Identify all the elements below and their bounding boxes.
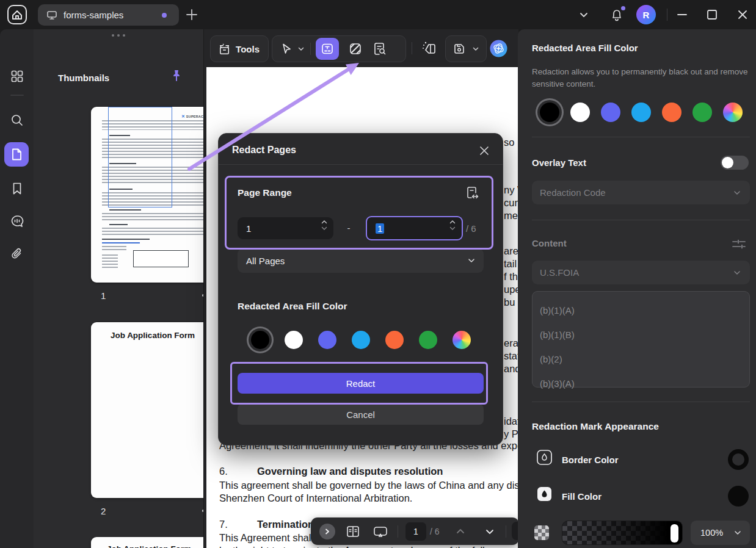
tools-button[interactable]: Tools — [210, 35, 269, 62]
page-range-options-button[interactable] — [464, 185, 481, 202]
maximize-button[interactable] — [706, 0, 718, 29]
ai-assistant-button[interactable] — [489, 39, 508, 58]
search-button[interactable] — [9, 112, 25, 128]
border-color-picker[interactable] — [728, 449, 749, 470]
code-item[interactable]: (b)(1)(B) — [540, 322, 749, 347]
dialog-close-button[interactable] — [476, 142, 493, 159]
bookmarks-button[interactable] — [9, 181, 25, 196]
color-swatch-purple[interactable] — [318, 331, 336, 349]
color-swatch-purple[interactable] — [601, 103, 620, 122]
comments-button[interactable] — [9, 214, 25, 229]
plus-icon — [185, 8, 198, 21]
opacity-slider-knob[interactable] — [671, 524, 678, 543]
expand-pager-button[interactable] — [319, 524, 335, 539]
code-item[interactable]: (b)(3)(A) — [540, 371, 749, 395]
notification-dot — [621, 6, 625, 10]
thumbnail-page-2[interactable]: Job Application Form — [91, 322, 214, 498]
tab-label: forms-samples — [64, 10, 123, 20]
thumbnail-page-3[interactable]: Job Application Form Please fill in your… — [91, 537, 214, 548]
grid-view-button[interactable] — [9, 68, 25, 84]
doc-section-title: Governing law and disputes resolution — [257, 466, 443, 477]
color-swatch-white[interactable] — [285, 331, 303, 349]
save-dropdown[interactable] — [471, 45, 480, 53]
range-separator: - — [344, 223, 353, 233]
color-swatch-orange[interactable] — [385, 331, 404, 349]
page-to-input[interactable]: 1 — [366, 216, 463, 240]
new-tab-button[interactable] — [185, 8, 198, 21]
rail-divider — [10, 95, 24, 96]
redaction-code-select[interactable]: Redaction Code — [532, 181, 750, 204]
border-color-icon — [536, 449, 553, 466]
thumbnail-page-1[interactable]: ✕ SUPERACE — [91, 107, 214, 283]
selection-rectangle — [108, 107, 172, 207]
close-icon — [478, 145, 490, 157]
code-item[interactable]: (b)(2) — [540, 347, 749, 371]
doc-line: This agreement shall be governed by the … — [219, 480, 518, 491]
pin-panel-button[interactable] — [169, 68, 184, 83]
cancel-button[interactable]: Cancel — [238, 404, 484, 425]
cleanup-button[interactable] — [421, 40, 438, 57]
notifications-button[interactable] — [609, 0, 624, 29]
fill-color-picker[interactable] — [728, 486, 749, 507]
color-swatch-custom[interactable] — [723, 103, 743, 122]
presentation-button[interactable] — [372, 524, 389, 539]
superace-logo: ✕ SUPERACE — [181, 114, 206, 119]
color-swatch-orange[interactable] — [662, 103, 681, 122]
select-tool-button[interactable] — [280, 42, 293, 56]
content-select[interactable]: U.S.FOIA — [532, 261, 750, 284]
content-value: U.S.FOIA — [540, 267, 579, 278]
overlay-text-toggle[interactable] — [721, 156, 749, 170]
code-item[interactable]: (b)(1)(A) — [540, 298, 749, 322]
opacity-select[interactable]: 100% — [691, 521, 750, 545]
color-swatch-blue[interactable] — [631, 103, 651, 122]
attachments-button[interactable] — [9, 247, 25, 262]
chevron-down-icon — [732, 188, 742, 198]
home-button[interactable] — [6, 4, 28, 26]
select-tool-dropdown[interactable] — [297, 45, 305, 53]
previous-page-button[interactable] — [454, 525, 467, 538]
spinner-down-icon[interactable] — [449, 226, 456, 231]
overlay-text-label: Overlay Text — [532, 157, 586, 168]
minimize-button[interactable] — [675, 0, 689, 29]
next-page-button[interactable] — [484, 525, 496, 538]
thumbnails-panel-button[interactable] — [4, 142, 29, 167]
page-scope-select[interactable]: All Pages — [238, 248, 484, 273]
tools-label: Tools — [236, 44, 260, 54]
collapse-toolbar-button[interactable] — [578, 0, 590, 29]
search-redact-button[interactable] — [372, 41, 388, 57]
tool-group — [272, 35, 406, 62]
spinner-down-icon[interactable] — [321, 226, 328, 231]
panel-drag-handle[interactable] — [112, 34, 125, 37]
bookmark-icon — [10, 181, 24, 196]
color-swatch-green[interactable] — [692, 103, 712, 122]
spinner-up-icon[interactable] — [449, 220, 456, 225]
viewer-toolbar: Tools — [204, 29, 518, 67]
doc-text-fragment: era — [504, 337, 518, 349]
chevron-down-icon — [733, 528, 743, 538]
page-layout-button[interactable] — [345, 524, 361, 539]
redact-button[interactable]: Redact — [238, 373, 484, 394]
account-button[interactable]: R — [636, 0, 656, 29]
page-icon — [9, 147, 24, 162]
page-to-value: 1 — [376, 223, 384, 234]
color-swatch-green[interactable] — [419, 331, 437, 349]
color-swatch-black[interactable] — [540, 103, 559, 122]
opacity-slider[interactable] — [562, 521, 683, 545]
color-swatch-custom[interactable] — [453, 331, 471, 349]
color-swatch-blue[interactable] — [352, 331, 370, 349]
page-scope-value: All Pages — [246, 256, 285, 266]
redaction-marks-button[interactable] — [347, 41, 363, 57]
document-tab[interactable]: forms-samples — [38, 4, 179, 26]
save-button[interactable] — [452, 41, 467, 56]
redact-pages-button[interactable] — [316, 38, 339, 60]
color-swatch-black[interactable] — [251, 331, 269, 349]
color-swatch-white[interactable] — [570, 103, 590, 122]
close-button[interactable] — [736, 0, 749, 29]
page-number-input[interactable]: 1 — [405, 522, 426, 541]
page-from-input[interactable]: 1 — [238, 217, 333, 239]
doc-text-fragment: ny W — [504, 184, 518, 196]
spinner-up-icon[interactable] — [321, 220, 328, 225]
chevron-down-icon — [467, 256, 476, 265]
content-filter-button[interactable] — [730, 236, 747, 253]
redaction-codes-list[interactable]: (b)(1)(A) (b)(1)(B) (b)(2) (b)(3)(A) — [532, 291, 750, 388]
